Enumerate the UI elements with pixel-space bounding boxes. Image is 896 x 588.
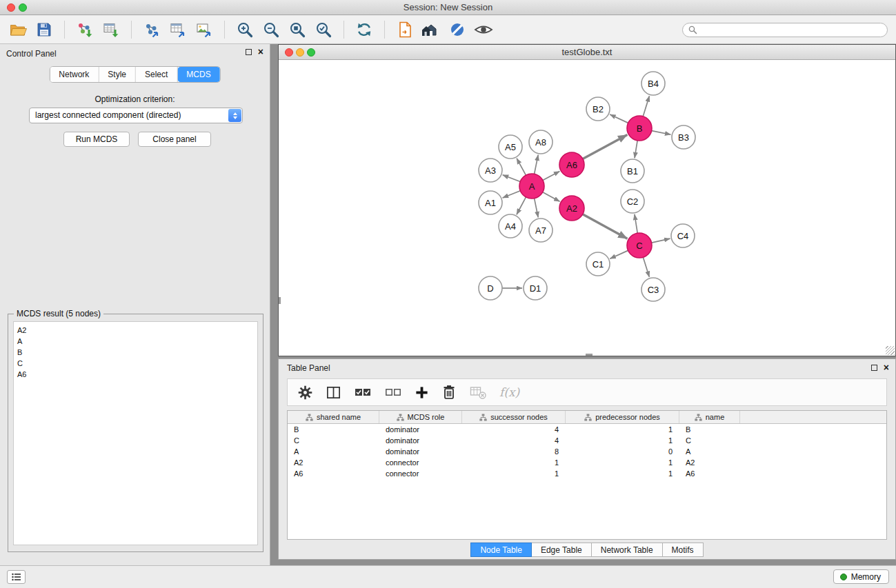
show-details-button[interactable] — [472, 19, 495, 41]
net-close-button[interactable] — [285, 48, 293, 57]
table-row[interactable]: Adominator80A — [288, 446, 886, 457]
edge-A-A4[interactable] — [517, 197, 526, 214]
table-row[interactable]: A2connector11A2 — [288, 457, 886, 468]
tab-style[interactable]: Style — [99, 67, 136, 82]
edge-B-B1[interactable] — [635, 141, 637, 158]
edge-C-C3[interactable] — [643, 257, 649, 277]
node-D1[interactable]: D1 — [524, 276, 547, 300]
deselect-all-button[interactable] — [384, 384, 402, 401]
result-item[interactable]: A6 — [17, 369, 254, 380]
edge-A-A5[interactable] — [517, 159, 526, 175]
edge-C-C1[interactable] — [610, 250, 628, 258]
network-window-titlebar[interactable]: testGlobe.txt — [279, 45, 895, 60]
node-D[interactable]: D — [479, 276, 502, 300]
edge-C-C2[interactable] — [635, 214, 637, 233]
table-row[interactable]: Bdominator41B — [288, 424, 886, 435]
scroll-tick-bottom[interactable] — [586, 354, 593, 356]
node-B[interactable]: B — [627, 116, 652, 141]
node-A3[interactable]: A3 — [479, 159, 502, 182]
scroll-tick-left[interactable] — [279, 297, 281, 304]
delete-table-button[interactable] — [469, 384, 487, 401]
import-table-button[interactable] — [100, 19, 122, 41]
node-C1[interactable]: C1 — [586, 252, 610, 276]
column-header-mcds-role[interactable]: MCDS role — [379, 411, 462, 423]
edge-A-A7[interactable] — [535, 199, 539, 218]
edge-A-A2[interactable] — [543, 192, 560, 202]
node-A5[interactable]: A5 — [499, 135, 522, 159]
tab-edge-table[interactable]: Edge Table — [532, 543, 592, 557]
optimization-criterion-select[interactable]: largest connected component (directed) — [29, 108, 243, 123]
table-settings-button[interactable] — [297, 385, 313, 401]
node-C2[interactable]: C2 — [621, 190, 644, 213]
node-C3[interactable]: C3 — [641, 278, 665, 301]
hide-details-button[interactable] — [446, 19, 468, 41]
edge-A-A8[interactable] — [535, 155, 539, 174]
node-A8[interactable]: A8 — [529, 130, 552, 154]
edge-A-A6[interactable] — [543, 171, 559, 180]
save-session-button[interactable] — [33, 19, 55, 41]
column-header-name[interactable]: name — [679, 411, 740, 423]
tab-network-table[interactable]: Network Table — [592, 543, 663, 557]
node-B3[interactable]: B3 — [672, 125, 695, 149]
memory-button[interactable]: Memory — [833, 569, 889, 584]
select-all-button[interactable] — [354, 384, 372, 401]
edge-B-B4[interactable] — [643, 96, 649, 116]
edge-C-C4[interactable] — [652, 239, 670, 243]
column-header-shared-name[interactable]: shared name — [288, 411, 379, 423]
result-item[interactable]: C — [17, 358, 254, 369]
function-builder-button[interactable]: f(x) — [499, 385, 519, 399]
node-A1[interactable]: A1 — [479, 191, 502, 214]
zoom-in-button[interactable] — [234, 19, 256, 41]
edge-A-A1[interactable] — [503, 191, 521, 198]
search-input[interactable] — [682, 23, 888, 37]
net-minimize-button[interactable] — [296, 48, 304, 57]
column-header-successor-nodes[interactable]: successor nodes — [462, 411, 566, 423]
table-row[interactable]: A6connector11A6 — [288, 468, 886, 479]
net-zoom-button[interactable] — [307, 48, 315, 57]
tab-motifs[interactable]: Motifs — [663, 543, 704, 557]
add-row-button[interactable] — [415, 385, 429, 400]
node-A4[interactable]: A4 — [499, 214, 522, 238]
home-button[interactable] — [420, 19, 442, 41]
open-session-button[interactable] — [7, 19, 29, 41]
zoom-fit-button[interactable] — [312, 19, 335, 41]
node-C[interactable]: C — [627, 233, 652, 258]
network-file-button[interactable] — [394, 19, 416, 41]
node-A7[interactable]: A7 — [529, 219, 552, 242]
export-table-button[interactable] — [167, 19, 189, 41]
tab-node-table[interactable]: Node Table — [470, 543, 532, 557]
edge-B-B3[interactable] — [652, 131, 671, 135]
tab-network[interactable]: Network — [50, 67, 99, 82]
node-B1[interactable]: B1 — [621, 159, 644, 183]
export-network-button[interactable] — [141, 19, 163, 41]
zoom-selected-button[interactable] — [286, 19, 308, 41]
float-table-panel-icon[interactable] — [871, 365, 877, 371]
show-panels-button[interactable] — [7, 570, 26, 584]
table-row[interactable]: Cdominator41C — [288, 435, 886, 446]
node-A2[interactable]: A2 — [559, 196, 584, 221]
show-columns-button[interactable] — [326, 385, 341, 401]
tab-mcds[interactable]: MCDS — [177, 67, 219, 82]
result-item[interactable]: A — [17, 336, 254, 347]
tab-select[interactable]: Select — [136, 67, 177, 82]
edge-A6-B[interactable] — [583, 135, 628, 159]
node-B4[interactable]: B4 — [641, 72, 665, 95]
import-network-button[interactable] — [74, 19, 96, 41]
float-panel-icon[interactable] — [246, 49, 252, 55]
close-panel-button[interactable]: Close panel — [138, 132, 211, 147]
node-C4[interactable]: C4 — [671, 224, 695, 247]
refresh-view-button[interactable] — [353, 19, 375, 41]
edge-A-A3[interactable] — [503, 175, 520, 182]
node-B2[interactable]: B2 — [586, 97, 610, 121]
mcds-result-list[interactable]: A2ABCA6 — [13, 321, 258, 545]
edge-A2-C[interactable] — [583, 214, 628, 239]
network-canvas[interactable]: B4B2BB3A5A8A6A3B1AC2A1A2A4A7C4CC1C3DD1 — [279, 60, 895, 356]
node-A[interactable]: A — [519, 174, 544, 199]
delete-row-button[interactable] — [441, 384, 457, 401]
close-table-panel-icon[interactable]: × — [884, 363, 889, 372]
result-item[interactable]: A2 — [17, 325, 254, 336]
resize-grip-icon[interactable] — [886, 346, 895, 355]
edge-B-B2[interactable] — [610, 114, 628, 123]
zoom-out-button[interactable] — [260, 19, 282, 41]
export-image-button[interactable] — [193, 19, 215, 41]
